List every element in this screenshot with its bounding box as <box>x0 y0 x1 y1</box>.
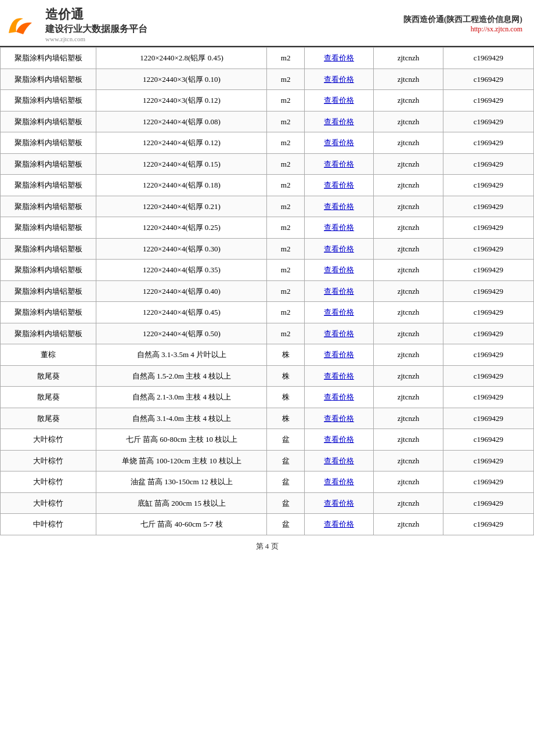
cell-user: zjtcnzh <box>374 492 443 514</box>
cell-name: 董棕 <box>1 344 96 366</box>
table-row: 聚脂涂料内墙铝塑板1220×2440×4(铝厚 0.08)m2查看价格zjtcn… <box>1 111 534 132</box>
cell-price[interactable]: 查看价格 <box>304 175 373 196</box>
cell-unit: m2 <box>267 238 304 260</box>
cell-unit: 盆 <box>267 492 304 514</box>
cell-price[interactable]: 查看价格 <box>304 132 373 154</box>
cell-price[interactable]: 查看价格 <box>304 450 373 471</box>
cell-unit: m2 <box>267 132 304 154</box>
cell-user: zjtcnzh <box>374 408 443 429</box>
cell-user: zjtcnzh <box>374 111 443 132</box>
cell-price[interactable]: 查看价格 <box>304 492 373 514</box>
cell-user: zjtcnzh <box>374 48 443 69</box>
page-number: 第 4 页 <box>256 542 279 550</box>
cell-price[interactable]: 查看价格 <box>304 365 373 387</box>
cell-unit: m2 <box>267 111 304 132</box>
table-row: 聚脂涂料内墙铝塑板1220×2440×4(铝厚 0.18)m2查看价格zjtcn… <box>1 175 534 196</box>
table-row: 散尾葵自然高 1.5-2.0m 主枝 4 枝以上株查看价格zjtcnzhc196… <box>1 365 534 387</box>
cell-user: zjtcnzh <box>374 196 443 217</box>
cell-id: c1969429 <box>443 196 533 217</box>
cell-name: 聚脂涂料内墙铝塑板 <box>1 153 96 175</box>
cell-name: 聚脂涂料内墙铝塑板 <box>1 217 96 239</box>
cell-price[interactable]: 查看价格 <box>304 260 373 281</box>
cell-id: c1969429 <box>443 344 533 366</box>
cell-name: 散尾葵 <box>1 408 96 429</box>
cell-price[interactable]: 查看价格 <box>304 429 373 451</box>
cell-name: 大叶棕竹 <box>1 450 96 471</box>
cell-id: c1969429 <box>443 238 533 260</box>
cell-unit: 盆 <box>267 471 304 493</box>
site-url: http://sx.zjtcn.com <box>403 25 522 34</box>
cell-unit: m2 <box>267 323 304 344</box>
cell-unit: m2 <box>267 302 304 323</box>
cell-unit: m2 <box>267 153 304 175</box>
cell-price[interactable]: 查看价格 <box>304 344 373 366</box>
cell-price[interactable]: 查看价格 <box>304 217 373 239</box>
cell-unit: m2 <box>267 217 304 239</box>
cell-spec: 1220×2440×4(铝厚 0.15) <box>96 153 267 175</box>
cell-user: zjtcnzh <box>374 132 443 154</box>
cell-price[interactable]: 查看价格 <box>304 323 373 344</box>
cell-price[interactable]: 查看价格 <box>304 408 373 429</box>
table-row: 董棕自然高 3.1-3.5m 4 片叶以上株查看价格zjtcnzhc196942… <box>1 344 534 366</box>
cell-user: zjtcnzh <box>374 344 443 366</box>
cell-spec: 自然高 1.5-2.0m 主枝 4 枝以上 <box>96 365 267 387</box>
cell-unit: m2 <box>267 196 304 217</box>
cell-spec: 1220×2440×4(铝厚 0.40) <box>96 280 267 302</box>
cell-user: zjtcnzh <box>374 365 443 387</box>
table-row: 大叶棕竹单烧 苗高 100-120cm 主枝 10 枝以上盆查看价格zjtcnz… <box>1 450 534 471</box>
cell-name: 大叶棕竹 <box>1 492 96 514</box>
cell-price[interactable]: 查看价格 <box>304 302 373 323</box>
header-right: 陕西造价通(陕西工程造价信息网) http://sx.zjtcn.com <box>403 15 522 34</box>
table-row: 聚脂涂料内墙铝塑板1220×2440×4(铝厚 0.50)m2查看价格zjtcn… <box>1 323 534 344</box>
cell-unit: 株 <box>267 408 304 429</box>
cell-price[interactable]: 查看价格 <box>304 111 373 132</box>
cell-price[interactable]: 查看价格 <box>304 514 373 535</box>
cell-price[interactable]: 查看价格 <box>304 90 373 111</box>
cell-spec: 1220×2440×4(铝厚 0.45) <box>96 302 267 323</box>
table-row: 中叶棕竹七斤 苗高 40-60cm 5-7 枝盆查看价格zjtcnzhc1969… <box>1 514 534 535</box>
cell-unit: 盆 <box>267 450 304 471</box>
cell-user: zjtcnzh <box>374 175 443 196</box>
table-row: 大叶棕竹底缸 苗高 200cm 15 枝以上盆查看价格zjtcnzhc19694… <box>1 492 534 514</box>
cell-unit: m2 <box>267 48 304 69</box>
cell-spec: 1220×2440×4(铝厚 0.08) <box>96 111 267 132</box>
cell-spec: 1220×2440×4(铝厚 0.30) <box>96 238 267 260</box>
cell-id: c1969429 <box>443 217 533 239</box>
table-row: 聚脂涂料内墙铝塑板1220×2440×4(铝厚 0.40)m2查看价格zjtcn… <box>1 280 534 302</box>
logo-text-area: 造价通 建设行业大数据服务平台 www.zjtcn.com <box>45 6 147 42</box>
cell-price[interactable]: 查看价格 <box>304 153 373 175</box>
cell-spec: 1220×2440×3(铝厚 0.10) <box>96 69 267 90</box>
table-row: 聚脂涂料内墙铝塑板1220×2440×4(铝厚 0.35)m2查看价格zjtcn… <box>1 260 534 281</box>
cell-price[interactable]: 查看价格 <box>304 69 373 90</box>
cell-price[interactable]: 查看价格 <box>304 280 373 302</box>
site-title: 陕西造价通(陕西工程造价信息网) <box>403 15 522 25</box>
cell-name: 聚脂涂料内墙铝塑板 <box>1 323 96 344</box>
cell-user: zjtcnzh <box>374 238 443 260</box>
table-row: 聚脂涂料内墙铝塑板1220×2440×4(铝厚 0.45)m2查看价格zjtcn… <box>1 302 534 323</box>
cell-id: c1969429 <box>443 153 533 175</box>
cell-name: 聚脂涂料内墙铝塑板 <box>1 280 96 302</box>
cell-user: zjtcnzh <box>374 69 443 90</box>
table-row: 聚脂涂料内墙铝塑板1220×2440×4(铝厚 0.12)m2查看价格zjtcn… <box>1 132 534 154</box>
cell-id: c1969429 <box>443 90 533 111</box>
table-row: 聚脂涂料内墙铝塑板1220×2440×3(铝厚 0.12)m2查看价格zjtcn… <box>1 90 534 111</box>
cell-price[interactable]: 查看价格 <box>304 196 373 217</box>
cell-name: 聚脂涂料内墙铝塑板 <box>1 238 96 260</box>
cell-id: c1969429 <box>443 69 533 90</box>
table-row: 聚脂涂料内墙铝塑板1220×2440×4(铝厚 0.30)m2查看价格zjtcn… <box>1 238 534 260</box>
cell-spec: 1220×2440×2.8(铝厚 0.45) <box>96 48 267 69</box>
cell-spec: 单烧 苗高 100-120cm 主枝 10 枝以上 <box>96 450 267 471</box>
cell-price[interactable]: 查看价格 <box>304 48 373 69</box>
cell-price[interactable]: 查看价格 <box>304 238 373 260</box>
cell-spec: 七斤 苗高 40-60cm 5-7 枝 <box>96 514 267 535</box>
logo-area: 造价通 建设行业大数据服务平台 www.zjtcn.com <box>6 6 147 42</box>
cell-id: c1969429 <box>443 175 533 196</box>
cell-id: c1969429 <box>443 260 533 281</box>
cell-spec: 1220×2440×4(铝厚 0.18) <box>96 175 267 196</box>
cell-unit: 株 <box>267 387 304 408</box>
cell-id: c1969429 <box>443 429 533 451</box>
cell-user: zjtcnzh <box>374 280 443 302</box>
cell-price[interactable]: 查看价格 <box>304 387 373 408</box>
cell-price[interactable]: 查看价格 <box>304 471 373 493</box>
cell-name: 聚脂涂料内墙铝塑板 <box>1 175 96 196</box>
